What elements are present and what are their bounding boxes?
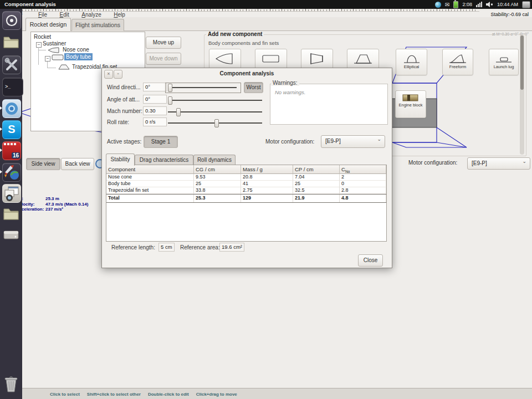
main-tabstrip: Rocket design Flight simulations	[22, 17, 532, 31]
tab-rocket-design[interactable]: Rocket design	[25, 18, 71, 31]
mach-number-slider[interactable]	[168, 111, 262, 112]
freeform-fin-shape-icon	[448, 52, 468, 65]
system-tray: 2:08 10:44 AM	[435, 0, 530, 9]
clock[interactable]: 10:44 AM	[497, 2, 518, 7]
tab-drag-characteristics[interactable]: Drag characteristics	[135, 155, 193, 166]
launch-lug-shape-icon	[494, 52, 514, 65]
roll-rate-slider-handle[interactable]	[214, 119, 219, 127]
close-icon[interactable]	[104, 70, 113, 79]
menubar: File Edit Analyze Help	[22, 9, 532, 17]
menu-file[interactable]: File	[33, 11, 52, 19]
menu-edit[interactable]: Edit	[55, 11, 74, 19]
disk-utility-icon[interactable]	[2, 226, 20, 244]
active-stages-label: Active stages:	[107, 139, 141, 145]
wind-direction-slider-handle[interactable]	[168, 84, 172, 92]
hint-double-click: Double-click to edit	[148, 392, 189, 397]
status-bar: Click to select Shift+click to select ot…	[22, 388, 532, 399]
angle-of-attack-slider-handle[interactable]	[168, 96, 172, 105]
nose-cone-shape-icon	[215, 52, 235, 66]
stage1-toggle[interactable]: Stage 1	[144, 136, 178, 148]
wind-direction-field[interactable]: 0°	[143, 83, 167, 91]
reference-area-label: Reference area:	[180, 244, 220, 250]
top-panel: Component analysis 2:08 10:44 AM	[0, 0, 532, 9]
trapezoidal-fin-icon	[58, 64, 70, 70]
trash-icon[interactable]	[2, 375, 20, 392]
tab-roll-dynamics[interactable]: Roll dynamics	[193, 155, 236, 166]
trapezoidal-fin-shape-icon	[353, 52, 373, 66]
tree-item-sustainer[interactable]: Sustainer	[43, 40, 66, 47]
add-panel-scrollbar-thumb[interactable]	[520, 35, 524, 90]
folder-icon[interactable]	[2, 205, 20, 223]
reference-length-value: 5 cm	[158, 243, 175, 252]
chromium-icon[interactable]	[2, 99, 21, 118]
desktop: File Edit Analyze Help Rocket design Fli…	[0, 0, 532, 399]
network-signal-icon[interactable]	[476, 2, 482, 7]
tab-flight-simulations[interactable]: Flight simulations	[71, 19, 124, 31]
terminal-icon[interactable]	[2, 78, 23, 96]
battery-icon[interactable]	[453, 1, 458, 8]
body-tube-icon	[52, 54, 64, 60]
battery-time: 2:08	[462, 2, 472, 7]
mach-number-field[interactable]: 0.30	[143, 106, 167, 115]
reference-length-label: Reference length:	[111, 244, 155, 250]
menu-analyze[interactable]: Analyze	[76, 11, 106, 19]
media-player-icon[interactable]: 16	[2, 141, 21, 160]
volume-icon[interactable]	[486, 2, 493, 7]
add-component-title: Add new component	[206, 31, 264, 37]
table-row: Trapezoidal fin set33.8 2.7532.5 2.8	[106, 187, 386, 194]
add-engine-block-button[interactable]: Engine block	[395, 90, 426, 118]
wind-direction-slider[interactable]	[168, 87, 237, 88]
back-view-button[interactable]: Back view	[61, 158, 94, 170]
roll-rate-field[interactable]: 0 r/s	[143, 117, 167, 126]
files-icon[interactable]	[2, 33, 20, 51]
side-view-button[interactable]: Side view	[26, 158, 60, 170]
angle-of-attack-field[interactable]: 0°	[143, 95, 167, 104]
tree-item-body-tube[interactable]: Body tube	[64, 53, 93, 60]
button-label: Elliptical	[396, 65, 427, 69]
expander-icon[interactable]	[36, 42, 42, 48]
add-elliptical-fin-button[interactable]: Elliptical	[396, 49, 427, 75]
elliptical-fin-shape-icon	[402, 52, 422, 65]
stability-table: Component CG / cm Mass / g CP / cm CNα N…	[106, 165, 387, 242]
warnings-label: Warnings:	[271, 80, 299, 86]
skype-icon[interactable]: S	[2, 120, 21, 139]
tree-item-rocket[interactable]: Rocket	[34, 34, 51, 40]
table-header-row: Component CG / cm Mass / g CP / cm CNα	[106, 165, 386, 174]
mail-icon[interactable]	[445, 2, 449, 8]
col-component: Component	[106, 165, 194, 174]
openrocket-icon[interactable]	[2, 163, 21, 182]
close-button[interactable]: Close	[358, 254, 383, 267]
restore-icon[interactable]	[114, 70, 122, 79]
tree-connector	[47, 62, 48, 68]
add-component-subtitle: Body components and fin sets	[208, 40, 279, 46]
expander-icon[interactable]	[45, 56, 50, 62]
dash-home-icon[interactable]	[2, 11, 21, 30]
panel-window-title: Component analysis	[4, 0, 56, 9]
reference-area-value: 19.6 cm²	[219, 243, 244, 252]
move-down-button[interactable]: Move down	[146, 53, 181, 65]
tab-stability[interactable]: Stability	[106, 154, 135, 166]
dialog-title: Component analysis	[102, 68, 392, 79]
indicator-icon[interactable]	[435, 2, 441, 8]
system-settings-icon[interactable]	[2, 55, 21, 74]
tree-item-nose-cone[interactable]: Nose cone	[63, 47, 89, 53]
add-freeform-fin-button[interactable]: Freeform	[442, 49, 473, 75]
session-menu-icon[interactable]	[522, 1, 530, 8]
tree-connector	[47, 68, 56, 68]
menu-help[interactable]: Help	[109, 11, 130, 19]
add-launch-lug-button[interactable]: Launch lug	[489, 49, 519, 75]
component-analysis-dialog: Component analysis Wind directi... 0° Wo…	[101, 68, 392, 268]
table-row: Nose cone9.53 20.87.04 2	[106, 174, 386, 181]
screenshot-tool-icon[interactable]	[2, 184, 21, 203]
mach-number-slider-handle[interactable]	[176, 108, 181, 116]
motor-configuration-select[interactable]: [E9-P]	[467, 157, 530, 170]
angle-of-attack-slider[interactable]	[168, 100, 262, 101]
nose-cone-icon	[48, 47, 60, 53]
dialog-motor-configuration-select[interactable]: [E9-P]	[321, 135, 385, 148]
worst-button[interactable]: Worst	[244, 82, 263, 93]
move-up-button[interactable]: Move up	[146, 37, 181, 49]
button-label: Launch lug	[489, 65, 518, 69]
col-mass: Mass / g	[241, 165, 293, 174]
tree-connector	[38, 50, 46, 50]
body-tube-shape-icon	[261, 52, 281, 66]
